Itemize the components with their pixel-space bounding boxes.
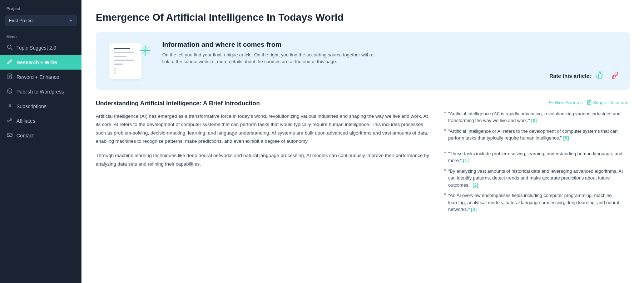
menu-label: Menu: [0, 30, 81, 40]
source-item: “ "Artificial Intelligence or AI refers …: [444, 128, 630, 142]
project-select-wrapper: First Project: [0, 13, 81, 30]
source-item: “ "An AI overview encompasses fields inc…: [444, 192, 630, 213]
source-text: "Artificial Intelligence or AI refers to…: [448, 128, 630, 142]
rate-label: Rate this article:: [549, 73, 591, 79]
svg-line-1: [11, 48, 12, 50]
source-text: "By analyzing vast amounts of historical…: [448, 168, 630, 189]
svg-text:W: W: [9, 90, 11, 93]
info-box-text: Information and where it comes from On t…: [162, 41, 620, 81]
content-area: Understanding Artificial Intelligence: A…: [96, 100, 630, 217]
source-ref[interactable]: [0]: [563, 135, 569, 141]
sidebar-item-affiliates[interactable]: Affiliates: [0, 113, 81, 128]
source-item: “ "By analyzing vast amounts of historic…: [444, 168, 630, 189]
sidebar-item-publish-wordpress-label: Publish to Wordpress: [16, 89, 64, 95]
project-select[interactable]: First Project: [5, 15, 76, 26]
sidebar-item-contact[interactable]: Contact: [0, 128, 81, 143]
quote-icon: “: [444, 150, 446, 159]
source-text: "An AI overview encompasses fields inclu…: [448, 192, 630, 213]
link-icon: [6, 117, 13, 124]
source-item: “ "Artificial Intelligence (AI) is rapid…: [444, 110, 630, 124]
source-ref[interactable]: [3]: [471, 207, 477, 212]
sidebar-item-topic-suggest-label: Topic Suggest 2.0: [16, 45, 56, 51]
sidebar: Project First Project Menu Topic Suggest…: [0, 0, 81, 283]
pen-icon: [6, 59, 13, 66]
sparkle-icon: [139, 44, 152, 60]
svg-text:$: $: [9, 103, 11, 108]
info-box-description: On the left you find your final, unique …: [162, 51, 377, 65]
source-ref[interactable]: [0]: [531, 118, 537, 123]
info-box: Information and where it comes from On t…: [96, 32, 630, 90]
source-ref[interactable]: [2]: [472, 182, 478, 188]
sidebar-item-contact-label: Contact: [16, 133, 34, 138]
illustration: [106, 41, 152, 81]
sidebar-item-reword-enhance-label: Reword + Enhance: [16, 74, 59, 80]
svg-rect-9: [7, 133, 12, 137]
quote-icon: “: [444, 127, 446, 137]
article-paragraph-1: Artificial Intelligence (AI) has emerged…: [96, 112, 432, 146]
sidebar-item-publish-wordpress[interactable]: W Publish to Wordpress: [0, 84, 81, 99]
article-column: Understanding Artificial Intelligence: A…: [96, 100, 432, 217]
article-paragraph-2: Through machine learning techniques like…: [96, 151, 432, 168]
sidebar-item-subscriptions[interactable]: $ Subscriptions: [0, 99, 81, 113]
sidebar-item-reword-enhance[interactable]: Reword + Enhance: [0, 70, 81, 84]
sidebar-item-affiliates-label: Affiliates: [16, 118, 35, 124]
quote-icon: “: [444, 191, 446, 201]
source-text: "Artificial Intelligence (AI) is rapidly…: [448, 110, 630, 124]
wordpress-icon: W: [6, 88, 13, 95]
document-icon: [6, 74, 13, 80]
page-title: Emergence Of Artificial Intelligence In …: [96, 11, 630, 24]
main-content: Emergence Of Artificial Intelligence In …: [81, 0, 644, 283]
simple-document-link[interactable]: Simple Document: [587, 100, 630, 105]
dollar-icon: $: [6, 103, 13, 110]
search-icon: [6, 44, 13, 51]
sidebar-item-research-write-label: Research + Write: [16, 60, 57, 65]
sidebar-item-subscriptions-label: Subscriptions: [16, 103, 46, 109]
rate-row: Rate this article:: [162, 70, 620, 81]
quote-icon: “: [444, 167, 446, 177]
source-ref[interactable]: [1]: [463, 158, 469, 163]
sidebar-item-topic-suggest[interactable]: Topic Suggest 2.0: [0, 40, 81, 55]
mail-icon: [6, 132, 13, 139]
project-label: Project: [0, 0, 81, 13]
quote-icon: “: [444, 110, 446, 119]
source-item: “ "These tasks include problem-solving, …: [444, 150, 630, 164]
article-section-title: Understanding Artificial Intelligence: A…: [96, 100, 432, 107]
info-box-heading: Information and where it comes from: [162, 41, 620, 49]
sources-controls: Hide Sources Simple Document: [444, 100, 630, 105]
sidebar-item-research-write[interactable]: Research + Write: [0, 55, 81, 70]
thumbs-down-button[interactable]: [609, 70, 620, 81]
sources-column: Hide Sources Simple Document “ "Artifici…: [444, 100, 630, 217]
thumbs-up-button[interactable]: [595, 70, 605, 81]
source-text: "These tasks include problem-solving, le…: [448, 150, 630, 164]
sources-list: “ "Artificial Intelligence (AI) is rapid…: [444, 110, 630, 213]
hide-sources-link[interactable]: Hide Sources: [549, 100, 583, 105]
